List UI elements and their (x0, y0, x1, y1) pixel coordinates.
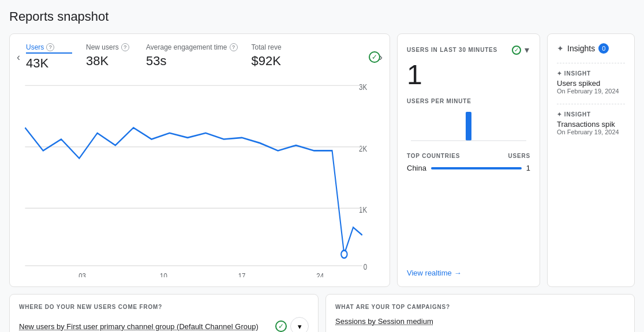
bottom-card-left-selector: New users by First user primary channel … (19, 317, 309, 332)
metric-new-users-label: New users ? (86, 43, 132, 51)
country-bar-wrap (431, 167, 522, 169)
main-grid: ‹ Users ? 43K New users ? (9, 33, 635, 287)
insights-trend-icon: ✦ (557, 44, 564, 53)
bottom-grid: WHERE DO YOUR NEW USERS COME FROM? New u… (9, 294, 635, 332)
bottom-card-right: WHAT ARE YOUR TOP CAMPAIGNS? Sessions by… (325, 294, 635, 332)
realtime-header: USERS IN LAST 30 MINUTES ✓ ▾ (407, 43, 530, 56)
realtime-check-icon: ✓ (512, 46, 521, 55)
divider-1 (557, 63, 625, 63)
insight-date-1: On February 19, 2024 (557, 88, 625, 95)
bar-chart-area (407, 109, 530, 144)
new-users-help-icon[interactable]: ? (121, 43, 129, 51)
svg-text:24: 24 (316, 271, 324, 277)
svg-text:3K: 3K (359, 82, 367, 92)
bar-chart-svg (407, 109, 530, 144)
metric-new-users: New users ? 38K (86, 43, 132, 71)
insight-date-2: On February 19, 2024 (557, 129, 625, 135)
users-per-minute-label: USERS PER MINUTE (407, 98, 530, 104)
left-check-icon: ✓ (275, 320, 287, 332)
page-title: Reports snapshot (9, 9, 635, 24)
users-col-label: USERS (508, 153, 530, 159)
avg-engagement-help-icon[interactable]: ? (230, 43, 238, 51)
view-realtime-link[interactable]: View realtime → (407, 269, 530, 277)
svg-text:10: 10 (160, 271, 167, 277)
metric-avg-engagement: Average engagement time ? 53s (146, 43, 238, 71)
svg-rect-14 (466, 112, 471, 141)
insight-star-icon-1: ✦ (557, 70, 562, 77)
svg-text:17: 17 (238, 271, 246, 277)
insight-label-2: ✦ INSIGHT (557, 111, 625, 118)
insight-text-2: Transactions spik (557, 120, 625, 129)
chart-area: 3K 2K 1K 0 03 Mar (19, 78, 380, 277)
insights-title: Insights (567, 44, 595, 53)
bottom-card-right-title: WHAT ARE YOUR TOP CAMPAIGNS? (335, 304, 625, 310)
country-value: 1 (526, 164, 530, 172)
insight-item-1: ✦ INSIGHT Users spiked On February 19, 2… (557, 70, 625, 95)
next-metric-button[interactable]: › (377, 49, 385, 66)
metric-avg-engagement-label: Average engagement time ? (146, 43, 238, 51)
country-bar (431, 167, 522, 169)
realtime-users-count: 1 (407, 61, 530, 89)
bottom-card-left: WHERE DO YOUR NEW USERS COME FROM? New u… (9, 294, 319, 332)
insights-badge: 0 (598, 43, 609, 54)
metric-avg-engagement-value: 53s (146, 54, 238, 69)
realtime-title: USERS IN LAST 30 MINUTES (407, 47, 497, 53)
realtime-dropdown-button[interactable]: ▾ (523, 43, 530, 56)
metric-total-revenue-value: $92K (252, 54, 298, 69)
metrics-list: Users ? 43K New users ? 38K (26, 43, 380, 71)
insight-label-1: ✦ INSIGHT (557, 70, 625, 77)
chart-svg: 3K 2K 1K 0 03 Mar (19, 78, 380, 277)
divider-2 (557, 104, 625, 104)
insights-header: ✦ Insights 0 (557, 43, 625, 54)
metric-total-revenue-label: Total reve (252, 43, 298, 51)
insight-star-icon-2: ✦ (557, 111, 562, 118)
metric-total-revenue: Total reve $92K (252, 43, 298, 71)
svg-text:0: 0 (364, 262, 367, 271)
metric-new-users-value: 38K (86, 54, 132, 69)
svg-point-8 (341, 250, 347, 258)
left-dropdown-button[interactable]: ▾ (290, 317, 309, 332)
svg-text:1K: 1K (359, 205, 367, 215)
country-name: China (407, 164, 426, 172)
country-row: China 1 (407, 161, 530, 175)
top-countries-col-label: TOP COUNTRIES (407, 153, 460, 159)
metrics-header: ‹ Users ? 43K New users ? (19, 43, 380, 71)
metric-users: Users ? 43K (26, 43, 72, 71)
right-selector-text[interactable]: Sessions by Session medium (335, 317, 433, 326)
insight-item-2: ✦ INSIGHT Transactions spik On February … (557, 111, 625, 135)
prev-metric-button[interactable]: ‹ (14, 49, 23, 66)
realtime-controls: ✓ ▾ (512, 43, 530, 56)
metric-users-value: 43K (26, 56, 72, 71)
metric-users-label: Users ? (26, 43, 72, 54)
metrics-card: ‹ Users ? 43K New users ? (9, 33, 390, 287)
svg-text:2K: 2K (359, 144, 367, 153)
users-help-icon[interactable]: ? (46, 43, 54, 51)
bottom-card-left-title: WHERE DO YOUR NEW USERS COME FROM? (19, 304, 309, 310)
page-container: Reports snapshot ‹ Users ? 43K (0, 0, 644, 332)
insight-text-1: Users spiked (557, 79, 625, 88)
countries-header: TOP COUNTRIES USERS (407, 153, 530, 159)
realtime-card: USERS IN LAST 30 MINUTES ✓ ▾ 1 USERS PER… (397, 33, 540, 287)
svg-text:03: 03 (78, 271, 86, 277)
left-selector-text[interactable]: New users by First user primary channel … (19, 322, 259, 331)
insights-panel: ✦ Insights 0 ✦ INSIGHT Users spiked On F… (547, 33, 635, 287)
bottom-card-right-selector: Sessions by Session medium (335, 317, 625, 326)
